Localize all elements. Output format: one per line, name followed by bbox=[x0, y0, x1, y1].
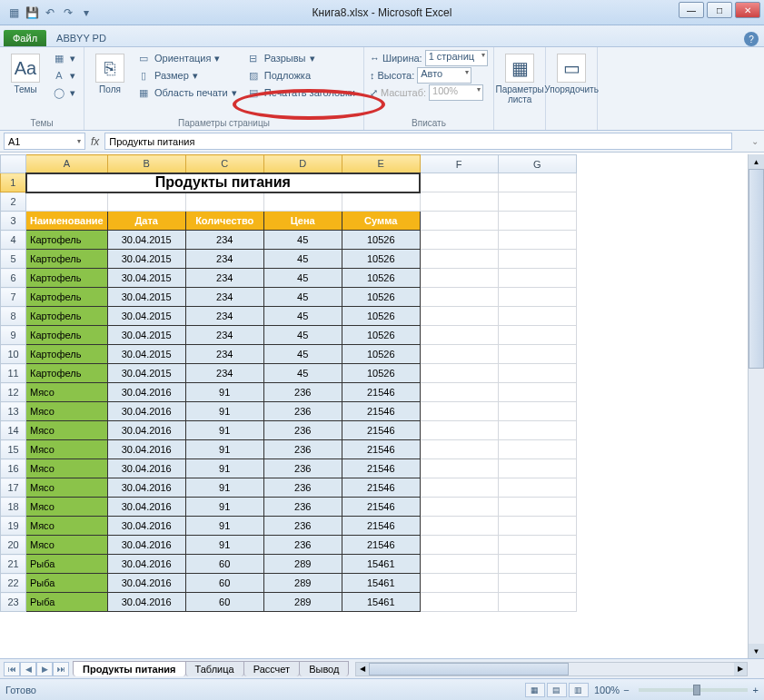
breaks-button[interactable]: ⊟Разрывы ▾ bbox=[243, 50, 358, 66]
table-cell[interactable]: 45 bbox=[263, 307, 342, 326]
table-header[interactable]: Дата bbox=[107, 212, 185, 231]
row-header-15[interactable]: 15 bbox=[1, 440, 26, 459]
row-header-4[interactable]: 4 bbox=[1, 231, 26, 250]
fx-icon[interactable]: fx bbox=[91, 135, 99, 148]
table-cell[interactable]: 45 bbox=[263, 345, 342, 364]
table-cell[interactable]: 91 bbox=[185, 498, 263, 517]
height-select[interactable]: Авто bbox=[417, 67, 471, 84]
row-header-7[interactable]: 7 bbox=[1, 288, 26, 307]
table-cell[interactable]: 45 bbox=[263, 364, 342, 383]
undo-icon[interactable]: ↶ bbox=[42, 5, 58, 21]
table-cell[interactable]: 45 bbox=[263, 231, 342, 250]
row-header-5[interactable]: 5 bbox=[1, 250, 26, 269]
col-header-G[interactable]: G bbox=[498, 155, 576, 173]
table-cell[interactable]: 15461 bbox=[342, 555, 420, 574]
sheet-tab[interactable]: Продукты питания bbox=[73, 661, 186, 676]
row-header-2[interactable]: 2 bbox=[1, 192, 26, 212]
table-cell[interactable]: Мясо bbox=[26, 536, 108, 555]
themes-button[interactable]: Aa Темы bbox=[5, 50, 45, 116]
table-cell[interactable]: 30.04.2016 bbox=[107, 555, 185, 574]
orientation-button[interactable]: ▭Ориентация ▾ bbox=[134, 50, 240, 66]
table-cell[interactable]: 30.04.2016 bbox=[107, 517, 185, 536]
table-cell[interactable]: 10526 bbox=[342, 307, 420, 326]
table-cell[interactable]: Мясо bbox=[26, 440, 108, 459]
table-cell[interactable]: 10526 bbox=[342, 364, 420, 383]
table-cell[interactable]: 234 bbox=[185, 345, 263, 364]
page-layout-view-icon[interactable]: ▤ bbox=[547, 683, 567, 697]
table-cell[interactable]: 30.04.2016 bbox=[107, 383, 185, 402]
table-header[interactable]: Наименование bbox=[26, 212, 108, 231]
row-header-22[interactable]: 22 bbox=[1, 574, 26, 593]
size-button[interactable]: ▯Размер ▾ bbox=[134, 67, 240, 84]
row-header-1[interactable]: 1 bbox=[1, 173, 26, 192]
name-box[interactable]: A1 bbox=[4, 133, 85, 150]
table-cell[interactable]: Мясо bbox=[26, 459, 108, 478]
col-header-B[interactable]: B bbox=[107, 155, 185, 173]
col-header-D[interactable]: D bbox=[263, 155, 342, 173]
zoom-thumb[interactable] bbox=[693, 685, 700, 695]
redo-icon[interactable]: ↷ bbox=[60, 5, 76, 21]
table-cell[interactable]: 91 bbox=[185, 421, 263, 440]
colors-button[interactable]: ▦▾ bbox=[49, 50, 78, 66]
table-cell[interactable]: 10526 bbox=[342, 345, 420, 364]
table-cell[interactable]: 45 bbox=[263, 250, 342, 269]
table-cell[interactable]: Мясо bbox=[26, 383, 108, 402]
table-cell[interactable]: 30.04.2015 bbox=[107, 307, 185, 326]
table-cell[interactable]: 45 bbox=[263, 269, 342, 288]
zoom-slider[interactable] bbox=[639, 688, 748, 692]
table-cell[interactable]: Картофель bbox=[26, 231, 108, 250]
table-cell[interactable]: 234 bbox=[185, 269, 263, 288]
table-cell[interactable]: 234 bbox=[185, 231, 263, 250]
table-cell[interactable]: 289 bbox=[263, 555, 342, 574]
sheet-tab[interactable]: Рассчет bbox=[243, 661, 301, 676]
col-header-C[interactable]: C bbox=[185, 155, 263, 173]
table-cell[interactable]: 21546 bbox=[342, 536, 420, 555]
table-cell[interactable]: Картофель bbox=[26, 326, 108, 345]
col-header-E[interactable]: E bbox=[342, 155, 420, 173]
scale-select[interactable]: 100% bbox=[429, 84, 483, 101]
table-cell[interactable]: 21546 bbox=[342, 440, 420, 459]
table-cell[interactable]: Картофель bbox=[26, 269, 108, 288]
table-cell[interactable]: Рыба bbox=[26, 593, 108, 612]
table-cell[interactable]: 289 bbox=[263, 593, 342, 612]
maximize-button[interactable]: □ bbox=[707, 2, 732, 18]
row-header-19[interactable]: 19 bbox=[1, 517, 26, 536]
save-icon[interactable]: 💾 bbox=[24, 5, 40, 21]
scroll-left-icon[interactable]: ◀ bbox=[356, 663, 369, 675]
table-header[interactable]: Количество bbox=[185, 212, 263, 231]
row-header-12[interactable]: 12 bbox=[1, 383, 26, 402]
effects-button[interactable]: ◯▾ bbox=[49, 84, 78, 101]
table-cell[interactable]: 91 bbox=[185, 478, 263, 498]
table-cell[interactable]: 236 bbox=[263, 402, 342, 421]
table-cell[interactable]: 30.04.2016 bbox=[107, 593, 185, 612]
table-cell[interactable]: 236 bbox=[263, 440, 342, 459]
row-header-23[interactable]: 23 bbox=[1, 593, 26, 612]
row-header-6[interactable]: 6 bbox=[1, 269, 26, 288]
qat-more-icon[interactable]: ▾ bbox=[78, 5, 94, 21]
sheet-tab[interactable]: Вывод bbox=[299, 661, 349, 676]
table-cell[interactable]: Картофель bbox=[26, 307, 108, 326]
sheet-next-icon[interactable]: ▶ bbox=[36, 662, 53, 676]
table-cell[interactable]: 30.04.2016 bbox=[107, 402, 185, 421]
sheet-options-button[interactable]: ▦Параметры листа bbox=[500, 50, 540, 116]
table-cell[interactable]: 234 bbox=[185, 307, 263, 326]
table-cell[interactable]: 30.04.2015 bbox=[107, 250, 185, 269]
table-cell[interactable]: 30.04.2015 bbox=[107, 345, 185, 364]
minimize-button[interactable]: — bbox=[679, 2, 704, 18]
col-header-F[interactable]: F bbox=[420, 155, 498, 173]
table-cell[interactable]: 234 bbox=[185, 250, 263, 269]
table-cell[interactable]: 30.04.2015 bbox=[107, 288, 185, 307]
scroll-right-icon[interactable]: ▶ bbox=[734, 663, 747, 675]
table-cell[interactable]: 10526 bbox=[342, 288, 420, 307]
expand-formula-bar-icon[interactable]: ⌄ bbox=[749, 136, 761, 146]
table-cell[interactable]: 30.04.2016 bbox=[107, 440, 185, 459]
table-cell[interactable]: 30.04.2015 bbox=[107, 364, 185, 383]
table-cell[interactable]: Рыба bbox=[26, 555, 108, 574]
row-header-9[interactable]: 9 bbox=[1, 326, 26, 345]
table-cell[interactable]: Мясо bbox=[26, 421, 108, 440]
table-cell[interactable]: 236 bbox=[263, 421, 342, 440]
arrange-button[interactable]: ▭Упорядочить bbox=[551, 50, 591, 116]
table-cell[interactable]: 30.04.2016 bbox=[107, 478, 185, 498]
close-button[interactable]: ✕ bbox=[735, 2, 760, 18]
hscroll-thumb[interactable] bbox=[369, 663, 569, 675]
